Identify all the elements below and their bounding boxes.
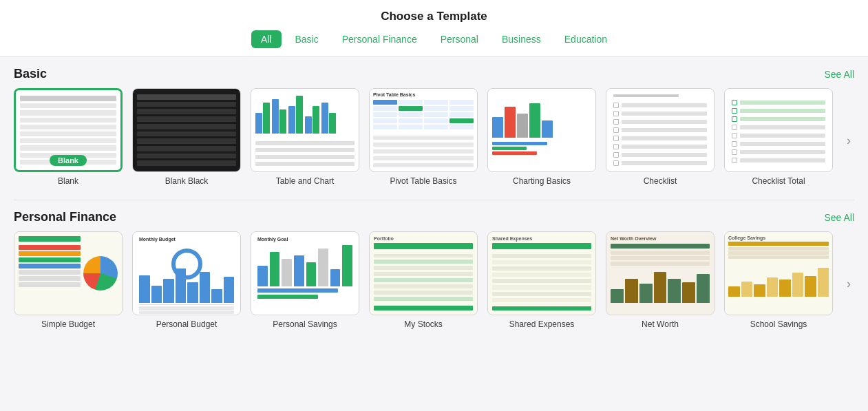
tab-education[interactable]: Education (555, 30, 617, 48)
template-card-pivot-table[interactable]: Pivot Table Basics (369, 88, 478, 186)
templates-row-wrapper-basic: Blank Blank Blank Black Table and Chart (14, 88, 854, 193)
templates-row-personal-finance: Simple Budget Monthly Budget Personal Bu… (14, 231, 854, 336)
template-thumbnail-school-savings: College Savings (724, 231, 833, 315)
section-title-personal-finance: Personal Finance (14, 210, 116, 224)
template-thumbnail-checklist (606, 88, 714, 172)
template-label-simple-budget: Simple Budget (41, 319, 95, 329)
next-arrow-basic[interactable]: › (838, 129, 854, 151)
section-basic: BasicSee All Blank Blank Blank Black (14, 57, 854, 193)
template-thumbnail-personal-savings: Monthly Goal (251, 231, 359, 315)
tab-basic[interactable]: Basic (286, 30, 328, 48)
template-card-personal-budget[interactable]: Monthly Budget Personal Budget (132, 231, 241, 329)
template-card-shared-expenses[interactable]: Shared Expenses Shared Expenses (487, 231, 596, 329)
see-all-basic[interactable]: See All (824, 69, 854, 80)
template-label-personal-budget: Personal Budget (156, 319, 218, 329)
section-header-basic: BasicSee All (14, 57, 854, 88)
template-label-school-savings: School Savings (750, 319, 807, 329)
page-header: Choose a Template AllBasicPersonal Finan… (0, 0, 868, 57)
section-personal-finance: Personal FinanceSee All Simple Budget Mo… (14, 200, 854, 336)
template-label-my-stocks: My Stocks (404, 319, 442, 329)
template-thumbnail-net-worth: Net Worth Overview (606, 231, 714, 315)
template-label-personal-savings: Personal Savings (273, 319, 337, 329)
template-card-net-worth[interactable]: Net Worth Overview Net Worth (606, 231, 714, 329)
page-title: Choose a Template (0, 10, 868, 23)
section-header-personal-finance: Personal FinanceSee All (14, 200, 854, 231)
template-thumbnail-blank: Blank (14, 88, 123, 172)
tab-bar: AllBasicPersonal FinancePersonalBusiness… (0, 30, 868, 50)
template-thumbnail-shared-expenses: Shared Expenses (487, 231, 596, 315)
tab-all[interactable]: All (251, 30, 282, 48)
template-label-blank-black: Blank Black (165, 176, 209, 186)
template-card-blank-black[interactable]: Blank Black (132, 88, 241, 186)
template-card-charting-basics[interactable]: Charting Basics (487, 88, 596, 186)
template-label-pivot-table: Pivot Table Basics (390, 176, 456, 186)
tab-personal-finance[interactable]: Personal Finance (332, 30, 427, 48)
template-card-blank[interactable]: Blank Blank (14, 88, 123, 186)
section-title-basic: Basic (14, 67, 47, 81)
template-thumbnail-my-stocks: Portfolio (369, 231, 478, 315)
templates-row-wrapper-personal-finance: Simple Budget Monthly Budget Personal Bu… (14, 231, 854, 336)
template-label-table-chart: Table and Chart (276, 176, 335, 186)
template-thumbnail-table-chart (251, 88, 359, 172)
template-label-shared-expenses: Shared Expenses (509, 319, 575, 329)
template-label-net-worth: Net Worth (642, 319, 679, 329)
template-card-checklist-total[interactable]: Checklist Total (724, 88, 833, 186)
template-thumbnail-personal-budget: Monthly Budget (132, 231, 241, 315)
template-card-table-chart[interactable]: Table and Chart (251, 88, 359, 186)
template-card-checklist[interactable]: Checklist (606, 88, 714, 186)
template-thumbnail-blank-black (132, 88, 241, 172)
content-area: BasicSee All Blank Blank Blank Black (0, 57, 868, 336)
template-card-personal-savings[interactable]: Monthly Goal Personal Savings (251, 231, 359, 329)
template-label-checklist-total: Checklist Total (752, 176, 805, 186)
template-label-checklist: Checklist (644, 176, 677, 186)
template-label-blank: Blank (58, 176, 78, 186)
template-label-charting-basics: Charting Basics (513, 176, 571, 186)
template-thumbnail-pivot-table: Pivot Table Basics (369, 88, 478, 172)
next-arrow-personal-finance[interactable]: › (838, 273, 854, 295)
tab-business[interactable]: Business (492, 30, 551, 48)
templates-row-basic: Blank Blank Blank Black Table and Chart (14, 88, 854, 193)
see-all-personal-finance[interactable]: See All (824, 212, 854, 223)
template-card-simple-budget[interactable]: Simple Budget (14, 231, 123, 329)
tab-personal[interactable]: Personal (431, 30, 488, 48)
template-card-school-savings[interactable]: College Savings School Savings (724, 231, 833, 329)
template-thumbnail-simple-budget (14, 231, 123, 315)
template-card-my-stocks[interactable]: Portfolio My Stocks (369, 231, 478, 329)
template-thumbnail-charting-basics (487, 88, 596, 172)
template-thumbnail-checklist-total (724, 88, 833, 172)
